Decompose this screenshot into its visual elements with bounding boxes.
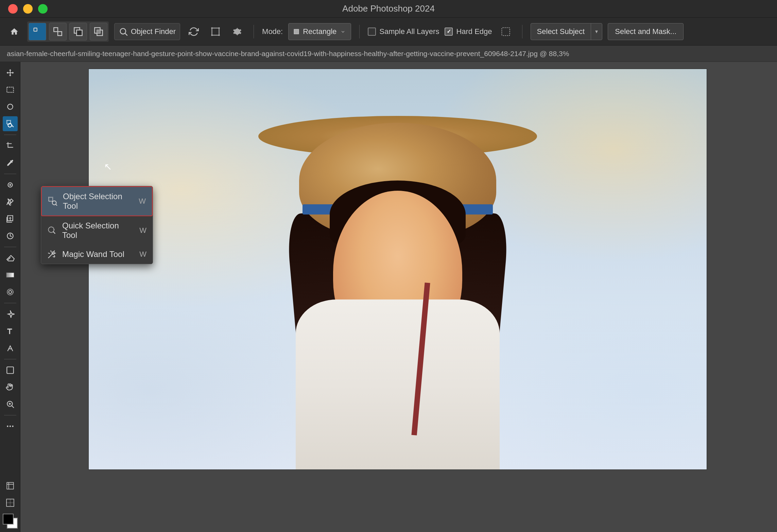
home-button[interactable] (7, 24, 22, 39)
object-selection-tool-label: Object Selection Tool (63, 192, 133, 211)
shape-tool[interactable] (3, 363, 18, 378)
separator4 (4, 303, 16, 303)
object-selection-icon (48, 196, 57, 206)
svg-rect-7 (97, 30, 100, 33)
traffic-lights (0, 4, 48, 14)
svg-point-13 (211, 34, 213, 36)
left-toolbar (0, 62, 20, 532)
svg-rect-1 (54, 28, 58, 32)
hard-edge-label: Hard Edge (456, 27, 492, 36)
maximize-button[interactable] (38, 4, 48, 14)
hard-edge-group: Hard Edge (445, 27, 492, 36)
object-selection-btn[interactable] (29, 23, 46, 40)
close-button[interactable] (8, 4, 18, 14)
settings-button[interactable] (229, 23, 245, 40)
magic-wand-shortcut: W (139, 250, 146, 259)
dropdown-item-object-selection[interactable]: Object Selection Tool W (41, 186, 153, 216)
svg-point-8 (120, 28, 126, 34)
select-subject-arrow-icon[interactable]: ▾ (591, 23, 602, 40)
quick-selection-shortcut: W (139, 226, 146, 235)
select-subject-label: Select Subject (531, 23, 591, 40)
quick-selection-tool-label: Quick Selection Tool (62, 221, 134, 240)
titlebar: Adobe Photoshop 2024 (0, 0, 777, 18)
eyedropper-tool[interactable] (3, 155, 18, 170)
magic-wand-tool-label: Magic Wand Tool (62, 250, 124, 259)
sample-all-layers-group: Sample All Layers (368, 27, 439, 36)
svg-point-14 (218, 34, 220, 36)
minimize-button[interactable] (23, 4, 33, 14)
svg-point-37 (52, 201, 56, 205)
app-title: Adobe Photoshop 2024 (342, 3, 435, 14)
rectangular-marquee-tool[interactable] (3, 82, 18, 97)
select-subject-button[interactable]: Select Subject ▾ (531, 23, 603, 40)
svg-rect-16 (502, 28, 510, 35)
separator (4, 135, 16, 135)
svg-point-12 (218, 27, 220, 29)
filename-text: asian-female-cheerful-smiling-teenager-h… (7, 50, 569, 58)
svg-point-31 (7, 426, 8, 427)
svg-rect-36 (49, 197, 53, 201)
refresh-button[interactable] (186, 23, 202, 40)
select-and-mask-label: Select and Mask... (615, 27, 676, 36)
separator5 (4, 359, 16, 359)
canvas-image (88, 69, 707, 470)
lasso-tool[interactable] (3, 99, 18, 114)
extras-tool[interactable] (3, 419, 18, 434)
crop-tool[interactable] (3, 138, 18, 153)
svg-point-39 (49, 227, 54, 233)
add-to-selection-btn[interactable] (49, 23, 67, 40)
svg-point-33 (12, 426, 13, 427)
history-brush-tool[interactable] (3, 228, 18, 243)
transform-controls-button[interactable] (207, 23, 224, 40)
options-bar: Object Finder Mode: Rectangle Sample All… (0, 18, 777, 46)
svg-rect-34 (7, 482, 14, 489)
refine-edge-button[interactable] (498, 23, 514, 40)
bag-strap (411, 282, 430, 435)
pen-tool[interactable] (3, 307, 18, 322)
canvas-area: Object Selection Tool W Quick Selection … (20, 62, 777, 532)
clone-stamp-tool[interactable] (3, 211, 18, 226)
select-and-mask-button[interactable]: Select and Mask... (608, 23, 684, 40)
mode-dropdown[interactable]: Rectangle (288, 23, 351, 40)
svg-rect-26 (7, 367, 14, 374)
filename-bar: asian-female-cheerful-smiling-teenager-h… (0, 46, 777, 62)
object-finder-label: Object Finder (131, 27, 176, 36)
healing-brush-tool[interactable] (3, 177, 18, 192)
person (245, 96, 551, 469)
svg-point-25 (8, 291, 12, 294)
separator6 (4, 415, 16, 415)
type-tool[interactable] (3, 324, 18, 339)
mode-label: Mode: (262, 27, 283, 36)
object-selection-tool[interactable] (3, 116, 18, 131)
path-selection-tool[interactable] (3, 341, 18, 356)
svg-rect-23 (6, 273, 14, 277)
selection-tool-group (27, 21, 109, 42)
object-finder-button[interactable]: Object Finder (114, 23, 180, 40)
svg-rect-15 (294, 29, 299, 34)
main-layout: Object Selection Tool W Quick Selection … (0, 62, 777, 532)
hard-edge-checkbox[interactable] (445, 28, 453, 36)
intersect-selection-btn[interactable] (90, 23, 107, 40)
sample-all-layers-checkbox[interactable] (368, 28, 376, 36)
gradient-tool[interactable] (3, 268, 18, 282)
eraser-tool[interactable] (3, 251, 18, 265)
svg-line-38 (56, 204, 57, 206)
magic-wand-icon (47, 250, 57, 259)
zoom-tool[interactable] (3, 397, 18, 412)
blur-tool[interactable] (3, 285, 18, 299)
dropdown-item-magic-wand[interactable]: Magic Wand Tool W (41, 245, 153, 264)
photo-simulation (89, 69, 707, 469)
color-swatch[interactable] (3, 514, 18, 529)
svg-rect-0 (34, 28, 37, 31)
smart-guides-tool[interactable] (3, 495, 18, 510)
artboard-tool[interactable] (3, 478, 18, 493)
move-tool[interactable] (3, 65, 18, 80)
dropdown-item-quick-selection[interactable]: Quick Selection Tool W (41, 216, 153, 245)
subtract-from-selection-btn[interactable] (69, 23, 87, 40)
separator-1 (254, 25, 254, 38)
brush-tool[interactable] (3, 194, 18, 209)
hand-tool[interactable] (3, 380, 18, 395)
separator2 (4, 174, 16, 174)
foreground-color[interactable] (3, 514, 14, 525)
separator-3 (522, 25, 522, 38)
